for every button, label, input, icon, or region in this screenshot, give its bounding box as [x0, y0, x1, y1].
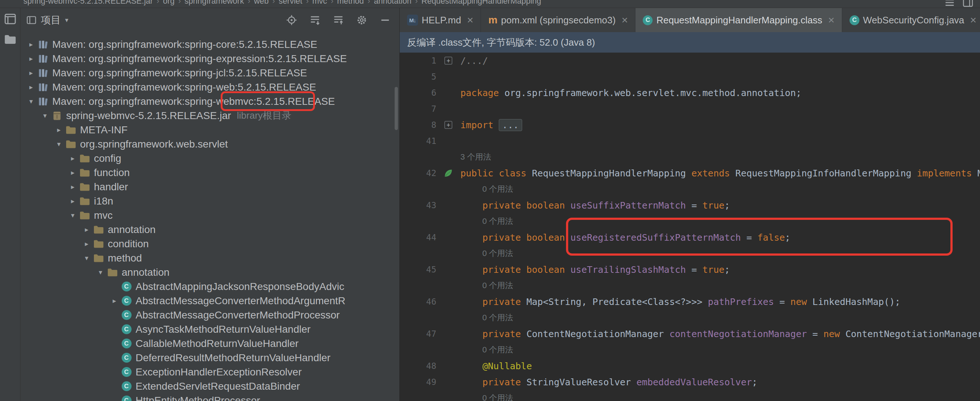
tree-row[interactable]: CAbstractMessageConverterMethodProcessor — [21, 308, 399, 322]
tree-row[interactable]: CAsyncTaskMethodReturnValueHandler — [21, 322, 399, 336]
tree-scrollbar[interactable] — [395, 87, 398, 130]
tree-row[interactable]: ▾spring-webmvc-5.2.15.RELEASE.jarlibrary… — [21, 108, 399, 123]
expand-all-icon[interactable] — [310, 14, 320, 25]
code-token: package — [460, 88, 504, 98]
tree-row[interactable]: ▸condition — [21, 237, 399, 251]
code-line[interactable]: 49 private StringValueResolver embeddedV… — [400, 374, 980, 390]
fold-toggle-icon[interactable]: + — [444, 121, 452, 129]
tree-row[interactable]: ▸Maven: org.springframework:spring-core:… — [21, 37, 399, 51]
editor-tab[interactable]: CWebSecurityConfig.java× — [842, 8, 980, 32]
tree-row[interactable]: ▾org.springframework.web.servlet — [21, 137, 399, 151]
class-icon: C — [121, 310, 132, 320]
tree-row[interactable]: ▸Maven: org.springframework:spring-web:5… — [21, 80, 399, 94]
chevron-right-icon[interactable]: ▸ — [67, 154, 79, 163]
code-line[interactable]: 46 private Map<String, Predicate<Class<?… — [400, 294, 980, 310]
chevron-right-icon[interactable]: ▸ — [25, 69, 37, 77]
locate-icon[interactable] — [286, 14, 297, 25]
editor-tab[interactable]: CRequestMappingHandlerMapping.class× — [635, 8, 842, 32]
chevron-right-icon[interactable]: ▸ — [52, 126, 65, 134]
tree-item-label: function — [94, 167, 130, 179]
code-text: private ContentNegotiationManager conten… — [460, 329, 980, 339]
tree-row[interactable]: ▸annotation — [21, 222, 399, 237]
code-line[interactable]: 47 private ContentNegotiationManager con… — [400, 326, 980, 342]
collapse-all-icon[interactable] — [333, 14, 344, 25]
folder-stripe-icon[interactable] — [3, 32, 18, 47]
fold-toggle-icon[interactable]: + — [444, 57, 452, 65]
folder-icon — [93, 225, 105, 235]
chevron-right-icon[interactable]: ▸ — [67, 182, 79, 191]
chevron-right-icon[interactable]: ▸ — [25, 40, 37, 49]
breadcrumb-item[interactable]: method — [337, 0, 364, 5]
tree-row[interactable]: CDeferredResultMethodReturnValueHandler — [21, 350, 399, 365]
breadcrumb-item[interactable]: servlet — [279, 0, 302, 5]
tree-row[interactable]: ▸Maven: org.springframework:spring-jcl:5… — [21, 66, 399, 80]
tree-row[interactable]: CCallableMethodReturnValueHandler — [21, 336, 399, 350]
tree-row[interactable]: CExceptionHandlerExceptionResolver — [21, 365, 399, 379]
tree-row[interactable]: CHttpEntityMethodProcessor — [21, 393, 399, 401]
code-line[interactable]: 41 — [400, 133, 980, 149]
settings-gear-icon[interactable] — [356, 14, 367, 25]
chevron-down-icon[interactable]: ▾ — [39, 111, 51, 120]
tree-row[interactable]: ▾method — [21, 251, 399, 265]
tree-row[interactable]: ▸CAbstractMessageConverterMethodArgument… — [21, 294, 399, 308]
hide-icon[interactable] — [380, 14, 391, 25]
chevron-down-icon[interactable]: ▾ — [94, 268, 107, 276]
breadcrumb-item[interactable]: annotation — [374, 0, 411, 5]
folder-icon — [79, 211, 91, 220]
tree-row[interactable]: ▸handler — [21, 180, 399, 194]
chevron-right-icon[interactable]: ▸ — [80, 239, 93, 248]
code-line[interactable]: 43 private boolean useSuffixPatternMatch… — [400, 197, 980, 213]
tree-row[interactable]: ▸function — [21, 165, 399, 180]
breadcrumb-item[interactable]: mvc — [312, 0, 327, 5]
breadcrumb-item[interactable]: springframework — [185, 0, 244, 5]
tree-row[interactable]: ▸i18n — [21, 194, 399, 208]
spring-bean-gutter-icon[interactable] — [443, 168, 453, 178]
tree-row[interactable]: CExtendedServletRequestDataBinder — [21, 379, 399, 393]
tree-row[interactable]: ▸META-INF — [21, 123, 399, 137]
window-layout-icon[interactable] — [963, 0, 974, 8]
chevron-down-icon[interactable]: ▾ — [67, 211, 79, 219]
code-area[interactable]: 1+/.../56package org.springframework.web… — [400, 52, 980, 401]
editor-tab[interactable]: M↓HELP.md× — [400, 8, 481, 32]
code-line[interactable]: 5 — [400, 69, 980, 85]
code-line[interactable]: 1+/.../ — [400, 52, 980, 69]
chevron-right-icon[interactable]: ▸ — [67, 168, 79, 177]
code-line[interactable]: 8+import ... — [400, 117, 980, 133]
breadcrumb-item[interactable]: org — [163, 0, 175, 5]
chevron-right-icon[interactable]: ▸ — [25, 54, 37, 63]
close-icon[interactable]: × — [828, 14, 835, 25]
breadcrumb-item[interactable]: web — [254, 0, 269, 5]
tree-item-label: org.springframework.web.servlet — [80, 138, 228, 150]
chevron-right-icon[interactable]: ▸ — [108, 296, 121, 305]
code-token: StringValueResolver — [527, 377, 636, 387]
chevron-right-icon[interactable]: ▸ — [67, 197, 79, 205]
tree-row[interactable]: ▾annotation — [21, 265, 399, 279]
line-number: 47 — [400, 329, 436, 339]
close-icon[interactable]: × — [622, 14, 628, 25]
code-line[interactable]: 7 — [400, 101, 980, 117]
code-line[interactable]: 45 private boolean useTrailingSlashMatch… — [400, 262, 980, 277]
close-icon[interactable]: × — [970, 14, 977, 25]
tree-row[interactable]: ▸Maven: org.springframework:spring-expre… — [21, 51, 399, 66]
chevron-down-icon[interactable]: ▾ — [52, 140, 65, 148]
tree-row[interactable]: ▾Maven: org.springframework:spring-webmv… — [21, 94, 399, 108]
tool-window-stripe-icon[interactable] — [3, 12, 18, 26]
chevron-right-icon[interactable]: ▸ — [25, 83, 37, 91]
code-line[interactable]: 42public class RequestMappingHandlerMapp… — [400, 165, 980, 181]
code-line[interactable]: 44 private boolean useRegisteredSuffixPa… — [400, 229, 980, 246]
tree-row[interactable]: ▸config — [21, 151, 399, 165]
main-area: 项目 ▾ ▸Maven: org.springframework:spring-… — [0, 8, 980, 401]
project-view-selector[interactable]: 项目 ▾ — [26, 14, 68, 27]
chevron-down-icon[interactable]: ▾ — [25, 97, 37, 106]
chevron-down-icon[interactable]: ▾ — [80, 254, 93, 262]
chevron-right-icon[interactable]: ▸ — [80, 225, 93, 234]
tree-row[interactable]: ▾mvc — [21, 208, 399, 222]
code-line[interactable]: 6package org.springframework.web.servlet… — [400, 85, 980, 101]
menu-icon[interactable] — [944, 0, 955, 8]
tree-row[interactable]: CAbstractMappingJacksonResponseBodyAdvic — [21, 279, 399, 294]
breadcrumb-item[interactable]: spring-webmvc-5.2.15.RELEASE.jar — [23, 0, 153, 5]
editor-tab[interactable]: mpom.xml (springsecdemo3)× — [481, 8, 635, 32]
close-icon[interactable]: × — [467, 14, 474, 25]
breadcrumb-item[interactable]: RequestMappingHandlerMapping — [421, 0, 541, 5]
code-line[interactable]: 48 @Nullable — [400, 358, 980, 374]
